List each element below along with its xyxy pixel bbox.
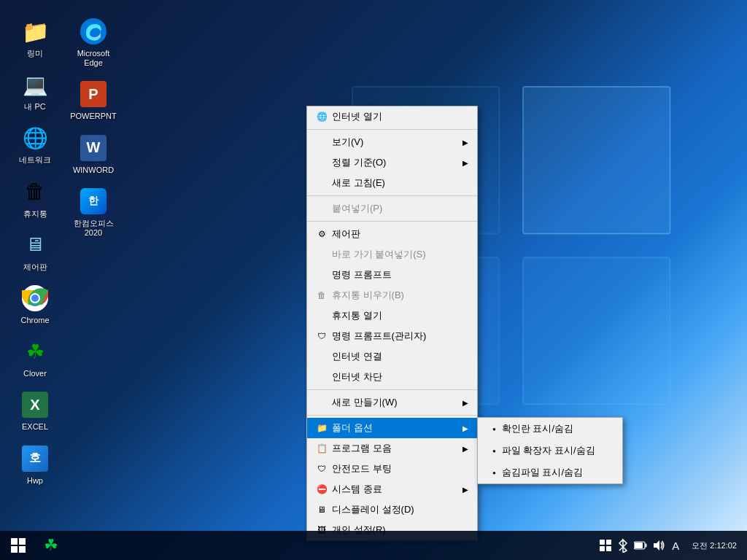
mypc-icon: 💻 <box>20 70 50 99</box>
separator-5 <box>307 415 477 416</box>
icon-network[interactable]: 🌐 네트워크 <box>6 119 64 169</box>
network-icon: 🌐 <box>20 123 50 152</box>
submenu-checkboxes[interactable]: ● 확인란 표시/숨김 <box>478 418 622 440</box>
svg-rect-16 <box>600 540 605 545</box>
svg-rect-17 <box>606 540 611 545</box>
desktop: 📁 링미 💻 내 PC 🌐 네트워크 🗑 휴지통 🖥 제어판 <box>0 0 747 560</box>
chrome-icon <box>20 284 50 313</box>
start-button[interactable] <box>0 531 36 560</box>
internet-icon: 🌐 <box>316 111 328 122</box>
context-menu: 🌐 인터넷 열기 보기(V) ▶ 정렬 기준(O) ▶ 새로 고침(E) 붙여넣… <box>306 106 478 541</box>
ctx-cmd-admin[interactable]: 🛡 명령 프롬프트(관리자) <box>307 326 477 346</box>
edge-label: MicrosoftEdge <box>77 49 110 68</box>
svg-rect-12 <box>11 538 18 545</box>
ctx-paste[interactable]: 붙여넣기(P) <box>307 198 477 219</box>
svg-point-10 <box>31 295 39 302</box>
hwp-label: Hwp <box>27 476 43 486</box>
control-icon: 🖥 <box>20 230 50 260</box>
trash-icon: 🗑 <box>20 177 50 206</box>
folder-options-submenu: ● 확인란 표시/숨김 ● 파일 확장자 표시/숨김 ● 숨김파일 표시/숨김 <box>477 417 623 484</box>
icon-control[interactable]: 🖥 제어판 <box>6 226 64 276</box>
taskbar: ☘ <box>0 531 747 560</box>
edge-icon <box>79 17 108 46</box>
svg-rect-21 <box>635 542 643 548</box>
icon-winword[interactable]: W WINWORD <box>64 129 123 179</box>
hancom-icon: 한 <box>79 187 108 216</box>
svg-rect-15 <box>19 546 26 553</box>
ctx-program-compat[interactable]: 📋 프로그램 모음 ▶ <box>307 438 477 459</box>
ctx-paste-shortcut[interactable]: 바로 가기 붙여넣기(S) <box>307 244 477 265</box>
ctx-safe-mode[interactable]: 🛡 안전모드 부팅 <box>307 459 477 479</box>
winword-icon: W <box>79 133 108 163</box>
excel-label: EXCEL <box>22 422 48 432</box>
icon-hwp[interactable]: 호 Hwp <box>6 440 64 490</box>
icon-mypc[interactable]: 💻 내 PC <box>6 66 64 116</box>
ctx-view[interactable]: 보기(V) ▶ <box>307 132 477 152</box>
ctx-cmd[interactable]: 명령 프롬프트 <box>307 265 477 285</box>
icon-clover[interactable]: ☘ Clover <box>6 332 64 383</box>
ctx-new[interactable]: 새로 만들기(W) ▶ <box>307 392 477 413</box>
ctx-recycle-empty[interactable]: 🗑 휴지통 비우기(B) <box>307 285 477 306</box>
ctx-control[interactable]: ⚙ 제어판 <box>307 224 477 244</box>
tray-ime[interactable]: A <box>668 531 683 560</box>
separator-4 <box>307 389 477 390</box>
svg-rect-13 <box>19 538 26 545</box>
clock-time: 오전 2:12:02 <box>692 540 737 551</box>
ctx-shutdown[interactable]: ⛔ 시스템 종료 ▶ <box>307 479 477 499</box>
hwp-icon: 호 <box>20 444 50 473</box>
desktop-icons-col2: MicrosoftEdge P POWERPNT W WINWORD 한 한컴오… <box>58 4 117 251</box>
taskbar-tray: A 오전 2:12:02 <box>598 531 747 560</box>
ctx-sort[interactable]: 정렬 기준(O) ▶ <box>307 152 477 173</box>
mypc-label: 내 PC <box>24 102 45 112</box>
separator-3 <box>307 221 477 222</box>
ctx-display[interactable]: 🖥 디스플레이 설정(D) <box>307 499 477 520</box>
ctx-internet-block[interactable]: 인터넷 차단 <box>307 367 477 387</box>
icon-hancom[interactable]: 한 한컴오피스2020 <box>64 182 123 242</box>
clover-icon: ☘ <box>20 337 50 366</box>
submenu-hidden-files[interactable]: ● 숨김파일 표시/숨김 <box>478 462 622 483</box>
svg-rect-6 <box>523 257 670 405</box>
svg-marker-23 <box>654 540 659 551</box>
icon-powerpnt[interactable]: P POWERPNT <box>64 75 123 125</box>
icon-edge[interactable]: MicrosoftEdge <box>64 12 123 72</box>
svg-rect-19 <box>606 546 611 551</box>
ctx-internet-open[interactable]: 🌐 인터넷 열기 <box>307 106 477 127</box>
chrome-label: Chrome <box>20 316 49 325</box>
powerpnt-label: POWERPNT <box>70 112 117 121</box>
svg-rect-22 <box>646 544 647 548</box>
excel-icon: X <box>20 390 50 419</box>
taskbar-clock[interactable]: 오전 2:12:02 <box>686 531 743 560</box>
powerpnt-icon: P <box>79 79 108 109</box>
taskbar-clover-button[interactable]: ☘ <box>36 531 66 560</box>
ringmi-icon: 📁 <box>20 17 50 46</box>
control-label: 제어판 <box>23 262 47 272</box>
tray-bluetooth[interactable] <box>616 531 630 560</box>
ctx-refresh[interactable]: 새로 고침(E) <box>307 173 477 193</box>
icon-trash[interactable]: 🗑 휴지통 <box>6 173 64 223</box>
hancom-label: 한컴오피스2020 <box>74 219 114 238</box>
ctx-recycle-open[interactable]: 휴지통 열기 <box>307 306 477 326</box>
tray-volume[interactable] <box>651 531 665 560</box>
desktop-icons: 📁 링미 💻 내 PC 🌐 네트워크 🗑 휴지통 🖥 제어판 <box>0 4 58 499</box>
clover-label: Clover <box>23 369 47 378</box>
svg-rect-4 <box>523 87 670 234</box>
ctx-folder-options[interactable]: 📁 폴더 옵션 ▶ ● 확인란 표시/숨김 ● 파일 확장자 표시/숨김 ● 숨… <box>307 418 477 438</box>
winword-label: WINWORD <box>73 166 114 175</box>
trash-label: 휴지통 <box>23 209 47 219</box>
icon-chrome[interactable]: Chrome <box>6 279 64 330</box>
separator-2 <box>307 195 477 196</box>
svg-rect-14 <box>11 546 18 553</box>
ringmi-label: 링미 <box>27 49 43 58</box>
icon-excel[interactable]: X EXCEL <box>6 386 64 436</box>
svg-rect-18 <box>600 546 605 551</box>
ctx-internet-connect[interactable]: 인터넷 연결 <box>307 346 477 367</box>
tray-taskview[interactable] <box>598 531 613 560</box>
network-label: 네트워크 <box>19 155 51 165</box>
icon-ringmi[interactable]: 📁 링미 <box>6 12 64 63</box>
tray-battery[interactable] <box>633 531 648 560</box>
submenu-extensions[interactable]: ● 파일 확장자 표시/숨김 <box>478 440 622 462</box>
separator-1 <box>307 129 477 130</box>
